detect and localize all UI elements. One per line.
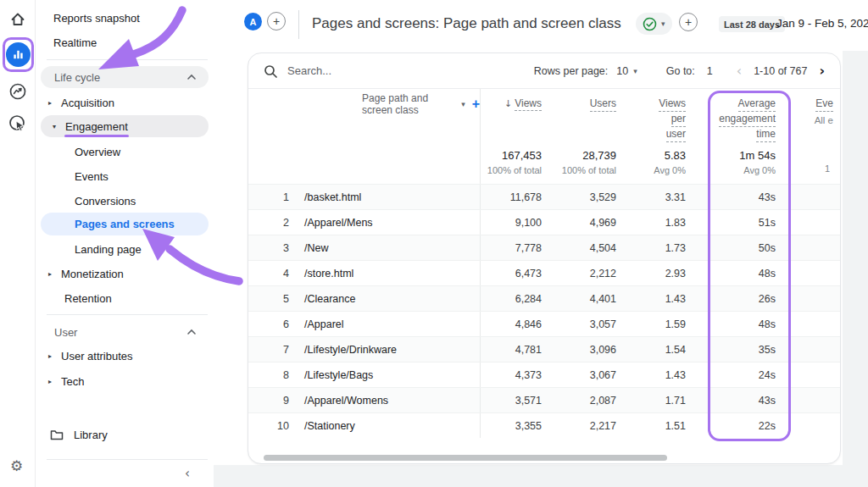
sidebar-item-label: User attributes — [61, 350, 133, 362]
column-label: engagement — [719, 112, 776, 127]
row-page-path: /Lifestyle/Drinkware — [289, 337, 481, 362]
column-label: Users — [590, 97, 616, 112]
app-icon-rail: ⚙ — [0, 0, 36, 487]
sidebar-section-user[interactable]: User — [41, 321, 209, 343]
totals-views: 167,453 100% of total — [481, 143, 542, 184]
row-avg-engagement-time: 35s — [686, 344, 776, 356]
sidebar-item-events[interactable]: Events — [75, 165, 108, 187]
sidebar-section-life-cycle[interactable]: Life cycle — [41, 66, 209, 88]
date-range-chip[interactable]: Last 28 days — [719, 16, 785, 32]
expand-right-icon: ▸ — [48, 352, 52, 360]
chevron-up-icon — [186, 74, 197, 80]
dimension-header: Page path and screen class ▾ + — [289, 89, 481, 143]
row-views: 4,781 — [481, 344, 542, 356]
sidebar-item-engagement[interactable]: ▾ Engagement — [41, 115, 209, 137]
advertising-icon[interactable] — [0, 113, 36, 134]
row-views-per-user: 2.93 — [616, 268, 686, 279]
column-header-views[interactable]: ↓Views — [481, 89, 542, 143]
horizontal-scrollbar[interactable] — [264, 455, 667, 461]
sidebar-item-label: Landing page — [75, 243, 142, 256]
row-views-per-user: 1.59 — [616, 318, 686, 330]
section-label: User — [54, 326, 77, 339]
row-views: 9,100 — [481, 217, 542, 229]
search-input[interactable] — [286, 64, 413, 78]
sidebar-item-overview[interactable]: Overview — [75, 141, 120, 163]
sidebar-item-conversions[interactable]: Conversions — [75, 190, 136, 212]
add-dimension-icon[interactable]: + — [472, 97, 480, 112]
sidebar-item-acquisition[interactable]: ▸ Acquisition — [48, 91, 114, 113]
sidebar-item-library[interactable]: Library — [50, 423, 108, 445]
column-header-users[interactable]: Users — [542, 89, 616, 143]
sidebar-item-label: Acquisition — [61, 97, 114, 109]
row-users: 4,401 — [542, 293, 616, 305]
chevron-down-icon: ▾ — [633, 67, 637, 75]
row-page-path: /store.html — [289, 261, 481, 285]
rows-per-page-select[interactable]: 10 ▾ — [616, 65, 637, 77]
pagination-range: 1-10 of 767 — [754, 65, 807, 77]
column-label: time — [756, 127, 776, 142]
reports-icon[interactable] — [6, 42, 31, 67]
pagination-prev-icon[interactable]: ‹ — [737, 63, 742, 79]
column-header-event-count[interactable]: Eve All e — [776, 89, 840, 143]
row-users: 3,529 — [542, 191, 616, 203]
sidebar-item-user-attributes[interactable]: ▸ User attributes — [48, 345, 133, 367]
goto-page-input[interactable]: 1 — [707, 65, 713, 77]
add-comparison-button[interactable]: + — [267, 12, 286, 30]
table-row: 4 /store.html 6,473 2,212 2.93 48s — [248, 260, 840, 285]
row-page-path: /New — [289, 235, 481, 260]
row-page-path: /Stationery — [289, 413, 481, 438]
row-avg-engagement-time: 24s — [686, 369, 776, 381]
check-circle-icon — [643, 17, 657, 31]
row-page-path: /basket.html — [289, 185, 481, 209]
dimension-selector[interactable]: Page path and screen class ▾ + — [304, 89, 480, 114]
row-page-path: /Apparel/Mens — [289, 210, 481, 235]
report-header: A + Pages and screens: Page path and scr… — [214, 0, 868, 51]
date-range-value[interactable]: Jan 9 - Feb 5, 2024 — [776, 17, 868, 30]
totals-value: 28,739 — [582, 149, 616, 162]
totals-avg-engagement-time: 1m 54s Avg 0% — [686, 143, 776, 184]
row-index: 1 — [248, 191, 289, 203]
rows-per-page-value: 10 — [616, 65, 628, 77]
column-label: user — [666, 127, 686, 142]
row-views-per-user: 1.71 — [616, 395, 686, 407]
sidebar-item-pages-and-screens[interactable]: Pages and screens — [41, 213, 209, 235]
pagination-next-icon[interactable]: › — [819, 63, 825, 79]
row-index: 8 — [248, 369, 289, 381]
report-status-badge[interactable]: ▾ — [636, 13, 672, 35]
home-icon[interactable] — [0, 11, 36, 28]
row-page-path: /Apparel — [289, 312, 481, 336]
add-report-button[interactable]: + — [679, 13, 698, 31]
property-avatar[interactable]: A — [244, 13, 262, 30]
dimension-label: Page path and screen class — [362, 92, 454, 116]
sidebar-item-label: Overview — [75, 146, 120, 158]
sidebar-item-landing-page[interactable]: Landing page — [75, 238, 142, 260]
column-header-views-per-user[interactable]: Views per user — [616, 89, 686, 143]
chevron-down-icon: ▾ — [661, 19, 665, 28]
row-index: 6 — [248, 318, 289, 330]
chevron-up-icon — [186, 329, 197, 335]
settings-gear-icon[interactable]: ⚙ — [10, 457, 23, 474]
rows-per-page-label: Rows per page: — [534, 65, 609, 77]
sidebar-item-tech[interactable]: ▸ Tech — [48, 370, 84, 392]
table-row: 10 /Stationery 3,355 2,217 1.51 22s — [248, 412, 840, 438]
row-views-per-user: 3.31 — [616, 191, 686, 203]
goto-label: Go to: — [666, 65, 695, 77]
chevron-down-icon: ▾ — [461, 100, 465, 108]
totals-dimension-spacer — [289, 143, 481, 184]
table-row: 5 /Clearance 6,284 4,401 1.43 26s — [248, 285, 840, 311]
sidebar-item-retention[interactable]: Retention — [64, 287, 112, 309]
table-row: 7 /Lifestyle/Drinkware 4,781 3,096 1.54 … — [248, 336, 840, 362]
sidebar-item-realtime[interactable]: Realtime — [53, 31, 97, 53]
row-avg-engagement-time: 50s — [686, 242, 776, 254]
sidebar-item-label: Engagement — [65, 120, 128, 133]
column-header-avg-engagement-time[interactable]: Average engagement time — [686, 89, 776, 143]
sidebar-collapse-icon[interactable]: ‹ — [185, 466, 190, 481]
sidebar-item-reports-snapshot[interactable]: Reports snapshot — [53, 7, 140, 29]
totals-views-per-user: 5.83 Avg 0% — [616, 143, 686, 184]
sidebar-item-label: Library — [74, 429, 108, 441]
row-page-path: /Apparel/Womens — [289, 388, 481, 412]
sidebar-item-monetization[interactable]: ▸ Monetization — [48, 263, 124, 285]
sidebar-item-label: Realtime — [53, 36, 97, 49]
explore-icon[interactable] — [0, 81, 36, 102]
row-views: 7,778 — [481, 242, 542, 254]
